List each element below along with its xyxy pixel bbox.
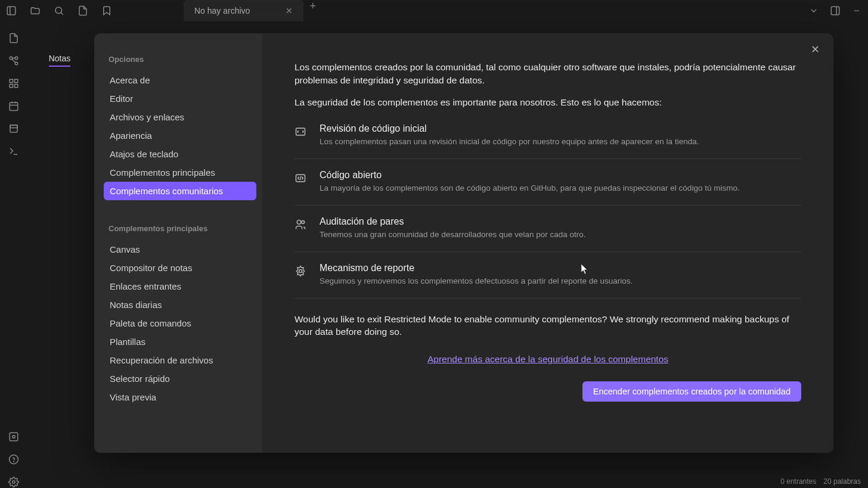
graph-icon[interactable] [8,55,20,67]
settings-nav-item[interactable]: Canvas [104,240,256,259]
tab-active[interactable]: No hay archivo ✕ [184,0,303,21]
feature-desc: La mayoría de los complementos son de có… [320,183,740,194]
search-icon[interactable] [52,4,66,17]
feature-desc: Tenemos una gran comunidad de desarrolla… [320,229,586,241]
right-panel-toggle-icon[interactable] [829,4,842,17]
svg-line-10 [12,59,16,63]
close-tab-icon[interactable]: ✕ [286,6,293,15]
settings-nav-item[interactable]: Editor [104,89,256,108]
feature-title: Revisión de código inicial [320,123,699,134]
bookmark-icon[interactable] [100,4,113,17]
svg-point-32 [302,220,305,223]
svg-rect-13 [15,79,18,82]
left-pane: Notas [27,21,92,488]
settings-nav-item[interactable]: Plantillas [104,332,256,351]
svg-point-9 [15,57,18,60]
settings-nav-item[interactable]: Compositor de notas [104,259,256,277]
ribbon [0,21,27,488]
open-source-icon [294,172,308,185]
close-modal-button[interactable]: ✕ [807,42,823,57]
settings-sidebar: Opciones Acerca deEditorArchivos y enlac… [94,33,262,453]
status-bar: 0 entrantes 20 palabras [780,477,861,486]
feature-desc: Los complementos pasan una revisión inic… [320,136,699,148]
settings-nav-item[interactable]: Paleta de comandos [104,314,256,332]
svg-rect-21 [10,125,17,128]
svg-rect-15 [15,85,18,88]
status-incoming: 0 entrantes [780,477,816,486]
feature-row: Auditación de pares Tenemos una gran com… [294,206,801,252]
svg-rect-14 [10,85,13,88]
svg-point-2 [55,7,62,14]
canvas-icon[interactable] [8,77,20,89]
new-tab-button[interactable]: + [303,0,322,21]
settings-nav-item[interactable]: Acerca de [104,71,256,89]
folder-icon[interactable] [29,4,42,17]
feature-row: Mecanismo de reporte Seguimos y removemo… [294,252,801,299]
svg-rect-20 [10,125,17,132]
svg-rect-4 [831,7,839,15]
enable-community-plugins-button[interactable]: Encender complementos creados por la com… [582,381,801,402]
svg-point-25 [10,455,18,464]
feature-title: Auditación de pares [320,216,586,227]
svg-rect-16 [10,102,18,111]
left-panel-toggle-icon[interactable] [5,4,18,17]
minimize-icon[interactable] [850,4,863,17]
settings-nav-item[interactable]: Archivos y enlaces [104,108,256,126]
svg-rect-12 [10,79,13,82]
intro-text-1: Los complementos creados por la comunida… [294,61,801,86]
settings-nav-item[interactable]: Atajos de teclado [104,145,256,163]
new-file-icon[interactable] [76,4,89,17]
svg-rect-23 [10,433,18,441]
settings-nav-item[interactable]: Notas diarias [104,296,256,314]
settings-nav-item[interactable]: Selector rápido [104,369,256,388]
settings-icon[interactable] [8,476,20,488]
svg-point-24 [13,436,16,439]
status-words: 20 palabras [823,477,861,486]
templates-icon[interactable] [8,123,20,135]
settings-nav-item[interactable]: Recuperación de archivos [104,351,256,369]
settings-modal: Opciones Acerca deEditorArchivos y enlac… [94,33,833,453]
settings-nav-item[interactable]: Complementos comunitarios [104,182,256,200]
svg-line-30 [300,176,301,181]
section-header-core-plugins: Complementos principales [104,220,256,240]
chevron-down-icon[interactable] [807,4,820,17]
svg-rect-0 [7,7,16,15]
settings-nav-item[interactable]: Enlaces entrantes [104,277,256,296]
learn-more-link[interactable]: Aprende más acerca de la seguridad de lo… [427,354,668,364]
files-icon[interactable] [8,32,20,44]
svg-point-31 [297,220,301,224]
command-icon[interactable] [8,145,20,157]
feature-row: Revisión de código inicial Los complemen… [294,119,801,159]
settings-content: ✕ Los complementos creados por la comuni… [262,33,833,453]
svg-point-33 [299,269,302,272]
code-review-icon [294,126,308,139]
intro-text-2: La seguridad de los complementos es impo… [294,96,801,109]
help-icon[interactable] [8,453,20,465]
vault-icon[interactable] [8,431,20,443]
settings-nav-item[interactable]: Apariencia [104,126,256,145]
settings-nav-item[interactable]: Vista previa [104,388,256,406]
tab-title: No hay archivo [194,6,250,15]
peer-audit-icon [294,219,308,232]
pane-tab-notes[interactable]: Notas [49,54,71,67]
feature-title: Código abierto [320,170,740,181]
section-header-options: Opciones [104,51,256,71]
feature-row: Código abierto La mayoría de los complem… [294,159,801,206]
bug-report-icon [294,265,308,278]
daily-note-icon[interactable] [8,100,20,112]
restricted-mode-prompt: Would you like to exit Restricted Mode t… [294,313,801,338]
feature-desc: Seguimos y removemos los complementos de… [320,276,633,287]
feature-title: Mecanismo de reporte [320,263,633,273]
titlebar: No hay archivo ✕ + [0,0,868,21]
settings-nav-item[interactable]: Complementos principales [104,163,256,182]
svg-point-26 [14,461,14,462]
svg-point-27 [13,481,16,484]
svg-line-3 [61,13,63,15]
